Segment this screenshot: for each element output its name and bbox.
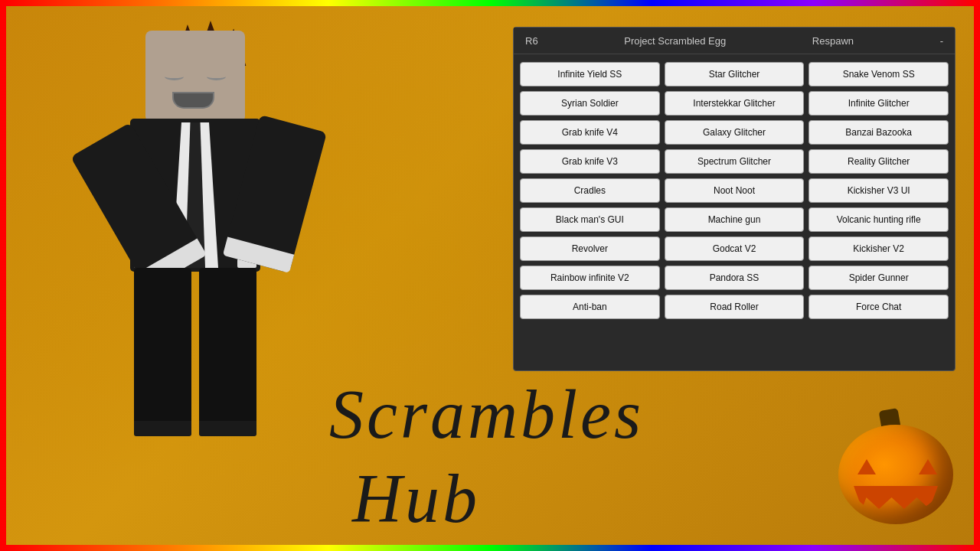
btn-rainbow-infinite-v2[interactable]: Rainbow infinite V2	[520, 266, 660, 290]
gui-content: Infinite Yield SSStar GlitcherSnake Veno…	[514, 54, 955, 327]
btn-snake-venom-ss[interactable]: Snake Venom SS	[808, 62, 949, 86]
title-scrambles: Scrambles	[329, 375, 644, 454]
btn-kickisher-v2[interactable]: Kickisher V2	[808, 236, 949, 261]
character-figure	[38, 15, 368, 474]
btn-kickisher-v3-ui[interactable]: Kickisher V3 UI	[808, 178, 949, 203]
gui-title-label: Project Scrambled Egg	[624, 35, 726, 47]
gui-close-button[interactable]: -	[940, 35, 943, 47]
btn-cradles[interactable]: Cradles	[520, 178, 660, 203]
btn-machine-gun[interactable]: Machine gun	[665, 207, 805, 232]
btn-black-mans-gui[interactable]: Black man's GUI	[520, 207, 660, 232]
btn-force-chat[interactable]: Force Chat	[808, 295, 949, 319]
btn-godcat-v2[interactable]: Godcat V2	[665, 236, 805, 261]
pumpkin-eye-right	[919, 459, 937, 474]
main-container: Scrambles Hub R6 Project Scrambled Egg R…	[0, 0, 980, 551]
character-head	[145, 31, 245, 122]
pumpkin-decoration	[835, 409, 957, 528]
gui-panel: R6 Project Scrambled Egg Respawn - Infin…	[513, 27, 956, 371]
gui-r6-label: R6	[525, 35, 538, 47]
title-hub: Hub	[352, 459, 480, 538]
btn-grab-knife-v4[interactable]: Grab knife V4	[520, 120, 660, 145]
character-leg-right	[199, 268, 256, 436]
btn-grab-knife-v3[interactable]: Grab knife V3	[520, 149, 660, 174]
btn-noot-noot[interactable]: Noot Noot	[665, 178, 805, 203]
pumpkin-mouth	[854, 486, 938, 509]
btn-volcanic-hunting-rifle[interactable]: Volcanic hunting rifle	[808, 207, 949, 232]
pumpkin-eye-left	[858, 459, 876, 474]
pumpkin-body	[838, 425, 953, 524]
btn-infinite-glitcher[interactable]: Infinite Glitcher	[808, 91, 949, 116]
btn-star-glitcher[interactable]: Star Glitcher	[665, 62, 805, 86]
btn-anti-ban[interactable]: Anti-ban	[520, 295, 660, 319]
btn-banzai-bazooka[interactable]: Banzai Bazooka	[808, 120, 949, 145]
character-leg-left	[134, 268, 191, 436]
btn-reality-glitcher[interactable]: Reality Glitcher	[808, 149, 949, 174]
gui-respawn-label: Respawn	[812, 35, 854, 47]
btn-interstekkar-glitcher[interactable]: Interstekkar Glitcher	[665, 91, 805, 116]
btn-road-roller[interactable]: Road Roller	[665, 295, 805, 319]
btn-spectrum-glitcher[interactable]: Spectrum Glitcher	[665, 149, 805, 174]
btn-infinite-yield-ss[interactable]: Infinite Yield SS	[520, 62, 660, 86]
gui-titlebar: R6 Project Scrambled Egg Respawn -	[514, 28, 955, 54]
btn-spider-gunner[interactable]: Spider Gunner	[808, 266, 949, 290]
btn-pandora-ss[interactable]: Pandora SS	[665, 266, 805, 290]
btn-galaxy-glitcher[interactable]: Galaxy Glitcher	[665, 120, 805, 145]
btn-syrian-soldier[interactable]: Syrian Soldier	[520, 91, 660, 116]
btn-revolver[interactable]: Revolver	[520, 236, 660, 261]
